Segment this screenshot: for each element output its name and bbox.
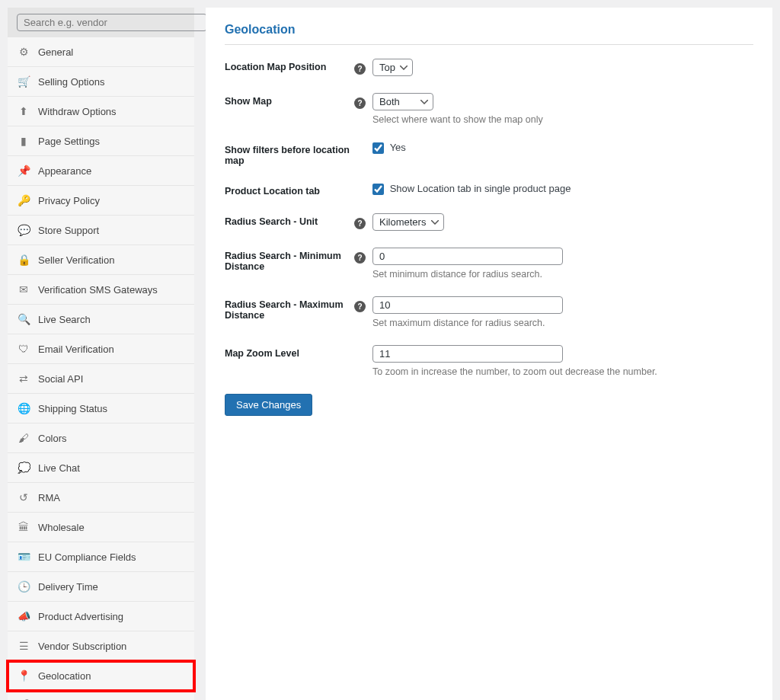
sidebar-item-geolocation[interactable]: 📍 Geolocation — [8, 661, 194, 691]
chat-icon: 💬 — [17, 223, 30, 237]
list-icon: ☰ — [17, 639, 30, 653]
share-icon: ⇄ — [17, 372, 30, 385]
sidebar-item-label: RMA — [38, 492, 60, 503]
row-radius-max: Radius Search - Maximum Distance ? Set m… — [225, 296, 753, 328]
help-icon[interactable]: ? — [354, 252, 366, 264]
row-product-location-tab: Product Location tab Show Location tab i… — [225, 183, 753, 197]
select-location-map-position[interactable]: Top — [372, 59, 413, 76]
input-radius-max[interactable] — [372, 296, 563, 314]
location-icon: 📍 — [17, 669, 30, 682]
comments-icon: 💭 — [17, 461, 30, 475]
settings-main: Geolocation Location Map Position ? Top … — [206, 8, 772, 700]
sidebar-item-label: Delivery Time — [38, 581, 98, 593]
sidebar-item-live-search[interactable]: 🔍 Live Search — [8, 305, 194, 334]
row-show-map: Show Map ? Both Select where want to sho… — [225, 93, 753, 125]
sidebar-item-wholesale[interactable]: 🏛 Wholesale — [8, 513, 194, 542]
sidebar-item-label: Appearance — [38, 165, 91, 177]
hint-zoom: To zoom in increase the number, to zoom … — [372, 366, 753, 377]
sidebar-item-appearance[interactable]: 📌 Appearance — [8, 156, 194, 186]
sidebar-item-label: Page Settings — [38, 136, 100, 147]
hint-show-map: Select where want to show the map only — [372, 114, 753, 125]
help-icon[interactable]: ? — [354, 218, 366, 229]
sidebar-item-rma[interactable]: ↺ RMA — [8, 483, 194, 513]
label-radius-unit: Radius Search - Unit — [225, 213, 354, 227]
page-icon: ▮ — [17, 134, 30, 148]
sidebar-item-label: Colors — [38, 433, 67, 444]
megaphone-icon: 📣 — [17, 609, 30, 623]
sidebar-item-store-support[interactable]: 💬 Store Support — [8, 216, 194, 245]
sidebar-item-label: General — [38, 46, 73, 58]
search-icon: 🔍 — [17, 312, 30, 326]
sidebar-item-product-advertising[interactable]: 📣 Product Advertising — [8, 602, 194, 631]
gear-icon: ⚙ — [17, 45, 30, 59]
sidebar-item-colors[interactable]: 🖌 Colors — [8, 424, 194, 453]
id-icon: 🪪 — [17, 550, 30, 564]
sidebar-item-label: Live Chat — [38, 462, 80, 474]
sidebar-item-vendor-subscription[interactable]: ☰ Vendor Subscription — [8, 631, 194, 661]
label-product-location-tab: Product Location tab — [225, 183, 354, 197]
sidebar-item-live-chat[interactable]: 💭 Live Chat — [8, 453, 194, 483]
globe-icon: 🌐 — [17, 401, 30, 415]
sidebar-item-label: Selling Options — [38, 76, 104, 88]
sidebar-item-page-settings[interactable]: ▮ Page Settings — [8, 126, 194, 156]
sidebar-item-email-verification[interactable]: 🛡 Email Verification — [8, 334, 194, 364]
row-filters-before-map: Show filters before location map Yes — [225, 142, 753, 166]
sidebar-item-product-report-abuse[interactable]: 🏴 Product Report Abuse — [8, 691, 194, 700]
select-radius-unit[interactable]: Kilometers — [372, 213, 444, 231]
lock-icon: 🔒 — [17, 253, 30, 267]
label-location-map-position: Location Map Position — [225, 59, 354, 72]
row-location-map-position: Location Map Position ? Top — [225, 59, 753, 76]
sidebar-search-input[interactable] — [17, 14, 207, 31]
sidebar-item-label: Live Search — [38, 314, 91, 325]
label-filters-before-map: Show filters before location map — [225, 142, 354, 166]
checkbox-label-yes: Yes — [390, 142, 406, 153]
sidebar-search — [8, 8, 194, 37]
help-icon[interactable]: ? — [354, 301, 366, 312]
hint-radius-max: Set maximum distance for radius search. — [372, 318, 753, 328]
checkbox-filters-before-map[interactable] — [372, 142, 384, 154]
brush-icon: 🖌 — [17, 431, 30, 445]
sidebar-item-label: Privacy Policy — [38, 195, 100, 206]
sidebar-item-selling-options[interactable]: 🛒 Selling Options — [8, 67, 194, 97]
pin-icon: 📌 — [17, 164, 30, 177]
label-radius-min: Radius Search - Minimum Distance — [225, 248, 354, 272]
sidebar-item-label: Email Verification — [38, 344, 114, 355]
sidebar-item-eu-compliance[interactable]: 🪪 EU Compliance Fields — [8, 542, 194, 572]
sidebar-item-social-api[interactable]: ⇄ Social API — [8, 364, 194, 394]
sidebar-item-label: Seller Verification — [38, 254, 114, 266]
row-zoom: Map Zoom Level To zoom in increase the n… — [225, 345, 753, 377]
sidebar-item-shipping-status[interactable]: 🌐 Shipping Status — [8, 394, 194, 424]
label-show-map: Show Map — [225, 93, 354, 107]
sidebar-item-delivery-time[interactable]: 🕒 Delivery Time — [8, 572, 194, 602]
label-zoom: Map Zoom Level — [225, 345, 354, 359]
bank-icon: 🏛 — [17, 520, 30, 534]
checkbox-label-product-tab: Show Location tab in single product page — [390, 183, 571, 194]
sidebar-item-label: Shipping Status — [38, 403, 107, 414]
sidebar-item-seller-verification[interactable]: 🔒 Seller Verification — [8, 245, 194, 275]
sidebar-item-label: Verification SMS Gateways — [38, 284, 158, 296]
input-zoom[interactable] — [372, 345, 563, 363]
row-radius-unit: Radius Search - Unit ? Kilometers — [225, 213, 753, 231]
key-icon: 🔑 — [17, 193, 30, 207]
cart-icon: 🛒 — [17, 75, 30, 88]
help-icon[interactable]: ? — [354, 63, 366, 75]
input-radius-min[interactable] — [372, 248, 563, 265]
sidebar-item-label: Withdraw Options — [38, 106, 117, 117]
row-radius-min: Radius Search - Minimum Distance ? Set m… — [225, 248, 753, 280]
hint-radius-min: Set minimum distance for radius search. — [372, 269, 753, 280]
sidebar-item-label: EU Compliance Fields — [38, 551, 136, 563]
sidebar-item-verification-sms[interactable]: ✉ Verification SMS Gateways — [8, 275, 194, 305]
checkbox-product-location-tab[interactable] — [372, 184, 384, 195]
sidebar-item-label: Social API — [38, 373, 83, 385]
help-icon[interactable]: ? — [354, 97, 366, 109]
sidebar-item-general[interactable]: ⚙ General — [8, 37, 194, 67]
sidebar-item-withdraw-options[interactable]: ⬆ Withdraw Options — [8, 97, 194, 126]
save-changes-button[interactable]: Save Changes — [225, 394, 312, 416]
sidebar-item-label: Vendor Subscription — [38, 641, 126, 652]
settings-container: ⚙ General 🛒 Selling Options ⬆ Withdraw O… — [0, 0, 780, 700]
sidebar-item-label: Wholesale — [38, 522, 85, 533]
label-radius-max: Radius Search - Maximum Distance — [225, 296, 354, 321]
sidebar-item-privacy-policy[interactable]: 🔑 Privacy Policy — [8, 186, 194, 216]
select-show-map[interactable]: Both — [372, 93, 433, 110]
undo-icon: ↺ — [17, 491, 30, 504]
